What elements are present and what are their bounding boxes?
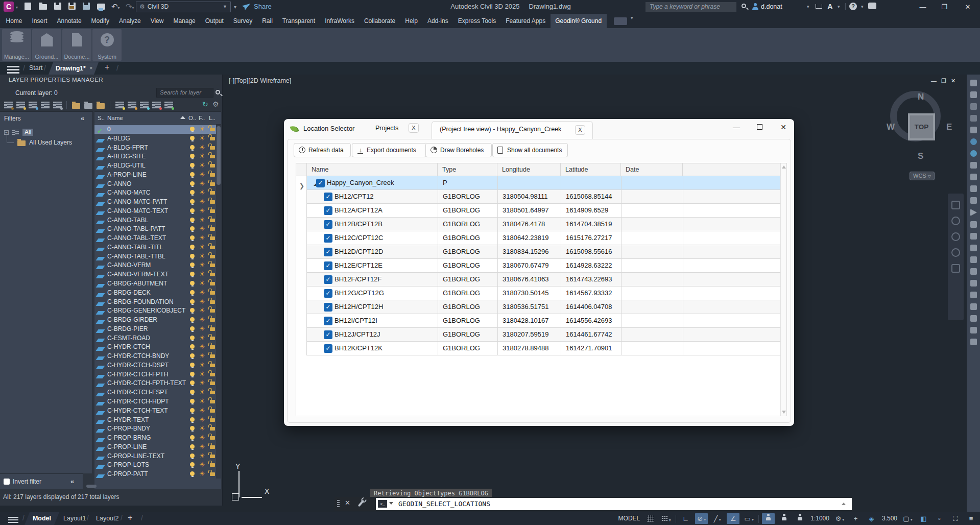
nav-orbit-icon[interactable] [951, 248, 960, 257]
delete-layer-icon[interactable] [152, 102, 161, 109]
graphics-value[interactable]: 3.500 [881, 513, 898, 524]
layer-on-icon[interactable] [190, 471, 195, 476]
layer-lock-icon[interactable] [210, 472, 215, 476]
layer-on-icon[interactable] [190, 262, 195, 267]
column-header-blank[interactable] [683, 163, 780, 176]
table-row[interactable]: ✓BH12K/CPT12KG1BORLOG3180278.89488161427… [296, 342, 780, 355]
draw-boreholes-button[interactable]: Draw Boreholes [425, 143, 492, 157]
customization-icon[interactable]: ≡ [965, 513, 977, 524]
save-state-icon[interactable] [53, 102, 62, 109]
filter-tree-all[interactable]: − All [0, 128, 92, 137]
layer-freeze-icon[interactable]: ☀ [199, 225, 205, 232]
refresh-icon[interactable]: ↻ [202, 100, 208, 108]
layer-on-icon[interactable] [190, 372, 195, 376]
side-tool-icon[interactable] [970, 150, 977, 157]
autodesk-icon[interactable]: A [827, 2, 833, 11]
redo-icon[interactable]: ↷▾ [126, 2, 134, 11]
new-tab-button[interactable]: + [105, 63, 109, 72]
layer-row[interactable]: C-HYDR-CTCH-DSPT☀ [94, 361, 216, 370]
layer-on-icon[interactable] [190, 299, 195, 304]
viewcube[interactable]: TOP [908, 113, 935, 140]
layer-row[interactable]: A-BLDG-SITE☀ [94, 152, 216, 161]
layer-on-icon[interactable] [190, 380, 195, 385]
layer-row[interactable]: C-PROP-PATT☀ [94, 469, 216, 479]
isodraft-icon[interactable]: ╱▾ [711, 513, 724, 524]
fullscreen-icon[interactable]: ⛶ [949, 513, 962, 524]
layer-on-icon[interactable] [190, 199, 195, 204]
layer-freeze-icon[interactable]: ☀ [199, 316, 205, 323]
ribbon-tab-analyze[interactable]: Analyze [114, 14, 146, 28]
show-all-documents-button[interactable]: Show all documents [492, 143, 568, 157]
layer-row[interactable]: C-HYDR-CTCH-FSPT☀ [94, 388, 216, 397]
tab-projects-close-button[interactable]: X [409, 123, 419, 133]
layer-on-icon[interactable] [190, 454, 195, 458]
row-checkbox[interactable]: ✓ [324, 248, 332, 256]
otrack-icon[interactable]: ∠ [727, 513, 739, 524]
ribbon-tab-insert[interactable]: Insert [27, 14, 52, 28]
viewport-controls[interactable]: —❐✕ [931, 78, 960, 84]
user-avatar-icon[interactable] [752, 3, 759, 10]
layer-lock-icon[interactable] [210, 282, 215, 285]
layer-freeze-icon[interactable]: ☀ [199, 216, 205, 224]
side-tool-icon[interactable] [970, 80, 977, 86]
ribbon-tab-rail[interactable]: Rail [257, 14, 278, 28]
layer-lock-icon[interactable] [210, 309, 215, 313]
layer-on-icon[interactable] [190, 444, 195, 449]
share-button[interactable]: Share [254, 3, 272, 10]
layer-states-icon[interactable] [29, 102, 37, 109]
layer-freeze-icon[interactable]: ☀ [199, 434, 205, 441]
layer-freeze-icon[interactable]: ☀ [199, 243, 205, 251]
nav-wheel-icon[interactable] [951, 201, 960, 209]
polar-icon[interactable]: ⊘▾ [695, 513, 708, 524]
layer-lock-icon[interactable] [210, 246, 215, 249]
layer-freeze-icon[interactable]: ☀ [199, 388, 205, 396]
new-layer-vp-icon[interactable] [128, 102, 136, 109]
layer-freeze-icon[interactable]: ☀ [199, 134, 205, 142]
filters-collapse-icon[interactable]: « [81, 114, 84, 122]
layer-on-icon[interactable] [190, 408, 195, 413]
layer-row[interactable]: C-ANNO-TABL-TTBL☀ [94, 252, 216, 261]
layer-lock-icon[interactable] [210, 337, 215, 340]
layer-freeze-icon[interactable]: ☀ [199, 125, 205, 133]
row-checkbox[interactable]: ✓ [324, 330, 332, 339]
layer-freeze-icon[interactable]: ☀ [199, 352, 205, 360]
row-checkbox[interactable]: ✓ [324, 220, 332, 229]
layer-on-icon[interactable] [190, 344, 195, 349]
table-row[interactable]: ✓BH12J/CPT12JG1BORLOG3180207.59519161446… [296, 328, 780, 342]
layer-freeze-icon[interactable]: ☀ [199, 261, 205, 269]
layer-lock-icon[interactable] [210, 409, 215, 413]
layer-freeze-icon[interactable]: ☀ [199, 144, 205, 151]
ribbon-tab-infraworks[interactable]: InfraWorks [320, 14, 360, 28]
ribbon-tab-geodin-ground[interactable]: Geodin® Ground [551, 14, 607, 28]
column-header-latitude[interactable]: Latitude [561, 163, 621, 176]
clean-screen-icon[interactable]: ▢▾ [901, 513, 914, 524]
layer-on-icon[interactable] [190, 145, 195, 150]
row-checkbox[interactable]: ✓ [316, 179, 325, 187]
ribbon-tab-express-tools[interactable]: Express Tools [453, 14, 500, 28]
side-tool-icon[interactable] [970, 127, 977, 133]
layer-lock-icon[interactable] [210, 463, 215, 467]
row-checkbox[interactable]: ✓ [324, 193, 332, 201]
ribbon-tab-home[interactable]: Home [1, 14, 27, 28]
layer-lock-icon[interactable] [210, 418, 215, 422]
column-header-name[interactable]: Name [307, 163, 438, 176]
search-input[interactable]: Type a keyword or phrase [646, 2, 736, 12]
layer-freeze-icon[interactable]: ☀ [199, 443, 205, 450]
wcs-dropdown[interactable]: WCS ▽ [910, 172, 935, 180]
command-dropdown-icon[interactable] [389, 502, 393, 505]
cart-icon[interactable] [816, 4, 822, 9]
layer-on-icon[interactable] [190, 272, 195, 276]
tab-layout2[interactable]: Layout2 [96, 515, 118, 522]
layer-freeze-icon[interactable]: ☀ [199, 298, 205, 305]
side-tool-icon[interactable] [970, 292, 977, 298]
layer-row[interactable]: C-HYDR-CTCH-HDPT☀ [94, 397, 216, 406]
app-logo-caret-icon[interactable]: ▾ [16, 5, 18, 10]
layer-on-icon[interactable] [190, 336, 195, 340]
dialog-maximize-button[interactable] [757, 124, 762, 130]
layer-lock-icon[interactable] [210, 436, 215, 440]
layer-row[interactable]: C-HYDR-TEXT☀ [94, 415, 216, 424]
layer-freeze-icon[interactable]: ☀ [199, 198, 205, 205]
grid-icon[interactable] [644, 513, 657, 524]
side-tool-icon[interactable] [970, 245, 977, 251]
layer-on-icon[interactable] [190, 218, 195, 222]
